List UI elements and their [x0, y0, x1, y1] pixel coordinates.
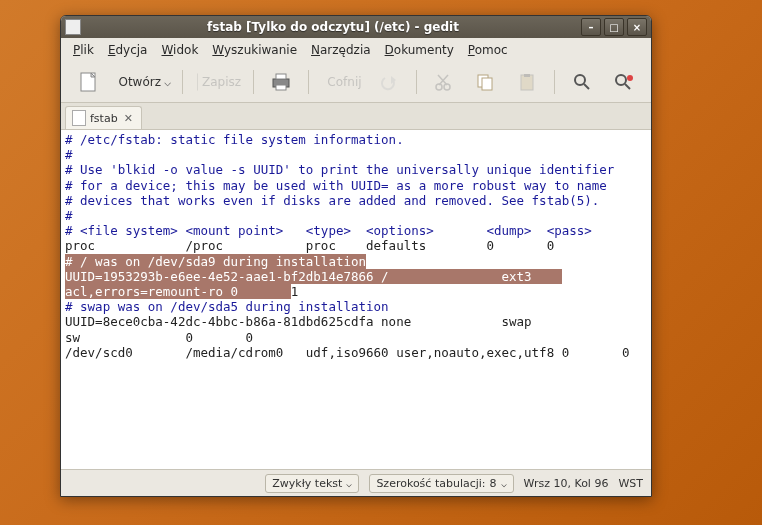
undo-label: Cofnij [327, 75, 361, 89]
copy-icon [475, 72, 495, 92]
svg-point-21 [627, 75, 633, 81]
file-icon [72, 110, 86, 126]
menu-plik[interactable]: Plikdocument.currentScript.previousEleme… [67, 41, 100, 59]
redo-icon [379, 72, 399, 92]
paste-icon [517, 72, 537, 92]
save-icon [195, 71, 198, 93]
svg-line-18 [584, 84, 589, 89]
separator [182, 70, 183, 94]
open-button[interactable]: Otwórz ⌵ [111, 67, 174, 97]
gedit-window: fstab [Tylko do odczytu] (/etc) - gedit … [60, 15, 652, 497]
svg-rect-15 [521, 75, 533, 90]
svg-line-20 [625, 84, 630, 89]
separator [554, 70, 555, 94]
menubar: Plikdocument.currentScript.previousEleme… [61, 38, 651, 62]
statusbar: Zwykły tekst Szerokość tabulacji: 8 Wrsz… [61, 469, 651, 496]
menu-dokumenty[interactable]: Dokumenty [379, 41, 460, 59]
tabbar: fstab ✕ [61, 103, 651, 130]
separator [308, 70, 309, 94]
toolbar: Otwórz ⌵ Zapisz Cofnij [61, 62, 651, 103]
separator [416, 70, 417, 94]
print-button[interactable] [262, 67, 300, 97]
print-icon [270, 71, 292, 93]
window-title: fstab [Tylko do odczytu] (/etc) - gedit [85, 20, 581, 34]
undo-icon [320, 72, 323, 92]
menu-edycja[interactable]: Edycja [102, 41, 154, 59]
new-file-icon [77, 71, 99, 93]
search-replace-icon [613, 72, 635, 92]
editor-area[interactable]: # /etc/fstab: static file system informa… [61, 130, 651, 469]
undo-button: Cofnij [316, 67, 365, 97]
maximize-button[interactable]: □ [604, 18, 624, 36]
tab-close-icon[interactable]: ✕ [122, 112, 135, 125]
find-button[interactable] [563, 67, 601, 97]
insert-mode: WST [618, 477, 643, 490]
svg-point-19 [616, 75, 626, 85]
new-button[interactable] [69, 67, 107, 97]
chevron-down-icon: ⌵ [164, 75, 171, 89]
find-replace-button[interactable] [605, 67, 643, 97]
separator [253, 70, 254, 94]
menu-widok[interactable]: Widok [155, 41, 204, 59]
svg-rect-14 [482, 78, 492, 90]
menu-wyszukiwanie[interactable]: Wyszukiwanie [206, 41, 303, 59]
syntax-combo[interactable]: Zwykły tekst [265, 474, 359, 493]
cursor-position: Wrsz 10, Kol 96 [524, 477, 609, 490]
tabwidth-combo[interactable]: Szerokość tabulacji: 8 [369, 474, 513, 493]
titlebar[interactable]: fstab [Tylko do odczytu] (/etc) - gedit … [61, 16, 651, 38]
close-button[interactable]: × [627, 18, 647, 36]
copy-button[interactable] [466, 67, 504, 97]
redo-button [370, 67, 408, 97]
tab-label: fstab [90, 112, 118, 125]
save-label: Zapisz [202, 75, 241, 89]
menu-pomoc[interactable]: Pomoc [462, 41, 514, 59]
svg-rect-16 [524, 74, 530, 77]
app-icon [65, 19, 81, 35]
svg-point-17 [575, 75, 585, 85]
paste-button [508, 67, 546, 97]
cut-button [424, 67, 462, 97]
scissors-icon [433, 72, 453, 92]
menu-narzedzia[interactable]: Narzędzia [305, 41, 377, 59]
save-button: Zapisz [191, 67, 245, 97]
search-icon [572, 72, 592, 92]
minimize-button[interactable]: – [581, 18, 601, 36]
svg-rect-5 [276, 74, 286, 79]
svg-rect-6 [276, 85, 286, 90]
tab-fstab[interactable]: fstab ✕ [65, 106, 142, 129]
open-label: Otwórz [118, 75, 161, 89]
